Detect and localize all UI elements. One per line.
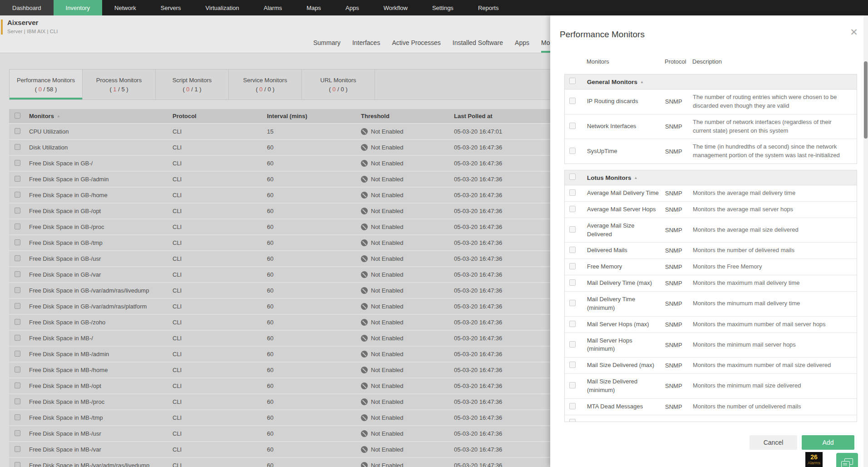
nav-item-alarms[interactable]: Alarms [252, 0, 294, 15]
monitor-checkbox[interactable] [569, 300, 576, 306]
row-checkbox[interactable] [15, 414, 20, 420]
interval-cell: 60 [267, 351, 361, 358]
row-checkbox[interactable] [15, 192, 20, 198]
monitor-checkbox[interactable] [569, 148, 576, 154]
row-checkbox[interactable] [15, 144, 20, 150]
row-checkbox[interactable] [15, 208, 20, 214]
protocol-cell: CLI [173, 271, 267, 278]
row-checkbox[interactable] [15, 383, 20, 388]
nav-item-workflow[interactable]: Workflow [371, 0, 420, 15]
nav-item-servers[interactable]: Servers [148, 0, 193, 15]
threshold-cell: Not Enabled [361, 367, 454, 373]
threshold-status: Not Enabled [371, 303, 404, 310]
interval-cell: 60 [267, 208, 361, 214]
row-checkbox[interactable] [15, 160, 20, 166]
nav-item-dashboard[interactable]: Dashboard [0, 0, 54, 15]
tab-interfaces[interactable]: Interfaces [352, 39, 380, 51]
tab-summary[interactable]: Summary [313, 39, 340, 51]
monitor-checkbox[interactable] [569, 382, 576, 388]
monitor-checkbox[interactable] [569, 362, 576, 368]
select-all-checkbox[interactable] [15, 113, 20, 119]
tab-apps[interactable]: Apps [515, 39, 529, 51]
monitor-checkbox[interactable] [569, 279, 576, 286]
nav-item-reports[interactable]: Reports [466, 0, 511, 15]
not-enabled-icon [361, 208, 368, 214]
row-checkbox[interactable] [15, 367, 20, 373]
threshold-status: Not Enabled [371, 128, 404, 135]
row-checkbox[interactable] [15, 398, 20, 404]
monitor-checkbox[interactable] [569, 419, 576, 422]
row-checkbox[interactable] [15, 462, 20, 467]
monitor-checkbox[interactable] [569, 321, 576, 327]
subtab-label: Service Monitors [243, 77, 287, 84]
monitor-checkbox[interactable] [569, 123, 576, 129]
page-scrollbar-thumb[interactable] [864, 61, 868, 139]
monitor-checkbox[interactable] [569, 403, 576, 409]
monitor-checkbox[interactable] [569, 98, 576, 104]
subtab-script-monitors[interactable]: Script Monitors( 0 / 1 ) [156, 70, 229, 99]
close-icon[interactable]: ✕ [848, 26, 860, 38]
row-checkbox[interactable] [15, 128, 20, 134]
nav-item-network[interactable]: Network [102, 0, 148, 15]
monitor-option-description: Monitors the minumum mail delivery time [693, 299, 857, 308]
alarms-widget[interactable]: 26 Alarms [805, 452, 823, 467]
monitor-checkbox[interactable] [569, 226, 576, 233]
monitor-checkbox[interactable] [569, 189, 576, 196]
row-checkbox[interactable] [15, 351, 20, 357]
interval-cell: 60 [267, 462, 361, 467]
monitor-option-protocol: SNMP [665, 123, 693, 130]
nav-item-inventory[interactable]: Inventory [54, 0, 102, 15]
threshold-status: Not Enabled [371, 414, 404, 421]
row-checkbox[interactable] [15, 255, 20, 261]
cancel-button[interactable]: Cancel [750, 435, 797, 450]
nav-item-maps[interactable]: Maps [294, 0, 333, 15]
monitor-checkbox[interactable] [569, 263, 576, 269]
protocol-cell: CLI [173, 255, 267, 262]
nav-item-virtualization[interactable]: Virtualization [193, 0, 252, 15]
monitor-checkbox[interactable] [569, 206, 576, 212]
subtab-url-monitors[interactable]: URL Monitors( 0 / 0 ) [302, 70, 375, 99]
nav-item-settings[interactable]: Settings [420, 0, 466, 15]
not-enabled-icon [361, 303, 368, 310]
monitor-option-description: Monitors the number of delivered mails [693, 246, 857, 255]
section-checkbox[interactable] [569, 174, 576, 180]
monitor-option-name: SysUpTime [587, 147, 665, 156]
monitor-option-description: Monitors the minimum mail size delivered [693, 382, 857, 390]
monitor-option-protocol: SNMP [665, 300, 693, 307]
tab-installed-software[interactable]: Installed Software [453, 39, 503, 51]
row-checkbox[interactable] [15, 446, 20, 452]
monitor-name-cell: Free Disk Space in MB-/ [29, 335, 173, 342]
row-checkbox[interactable] [15, 239, 20, 245]
section-checkbox[interactable] [569, 78, 576, 84]
row-checkbox[interactable] [15, 224, 20, 229]
monitor-option-name: MTA Dead Messages [587, 402, 665, 411]
row-checkbox[interactable] [15, 319, 20, 325]
row-checkbox[interactable] [15, 303, 20, 309]
column-header-monitors[interactable]: Monitors▲ [29, 113, 173, 119]
tab-active-processes[interactable]: Active Processes [392, 39, 440, 51]
monitor-checkbox[interactable] [569, 341, 576, 348]
subtab-process-monitors[interactable]: Process Monitors( 1 / 5 ) [83, 70, 156, 99]
row-checkbox[interactable] [15, 176, 20, 182]
row-checkbox[interactable] [15, 271, 20, 277]
row-checkbox[interactable] [15, 335, 20, 341]
subtab-service-monitors[interactable]: Service Monitors( 0 / 0 ) [229, 70, 302, 99]
threshold-status: Not Enabled [371, 430, 404, 437]
not-enabled-icon [361, 287, 368, 294]
not-enabled-icon [361, 176, 368, 183]
row-checkbox[interactable] [15, 430, 20, 436]
monitor-name-cell: Free Disk Space in MB-/opt [29, 383, 173, 389]
threshold-cell: Not Enabled [361, 398, 454, 405]
threshold-cell: Not Enabled [361, 255, 454, 262]
row-checkbox[interactable] [15, 287, 20, 293]
add-button[interactable]: Add [802, 435, 854, 450]
threshold-status: Not Enabled [371, 160, 404, 167]
subtab-label: Script Monitors [173, 77, 212, 84]
section-header-lotus-monitors[interactable]: Lotus Monitors▲ [565, 170, 857, 185]
subtab-performance-monitors[interactable]: Performance Monitors( 0 / 58 ) [10, 70, 83, 99]
chat-button[interactable] [836, 453, 858, 467]
section-header-general-monitors[interactable]: General Monitors▲ [565, 75, 857, 89]
monitor-checkbox[interactable] [569, 247, 576, 253]
nav-item-apps[interactable]: Apps [333, 0, 371, 15]
not-enabled-icon [361, 144, 368, 151]
